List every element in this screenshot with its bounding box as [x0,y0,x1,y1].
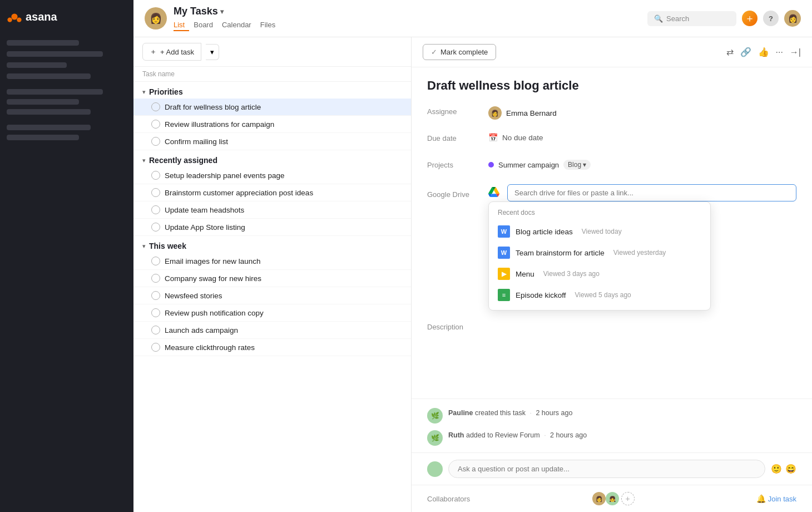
add-collaborator-button[interactable]: + [621,492,635,505]
mark-complete-button[interactable]: ✓ Mark complete [423,44,496,60]
task-checkbox[interactable] [151,343,160,352]
comment-avatar [427,461,443,477]
activity-text: Ruth added to Review Forum · 2 hours ago [448,430,587,441]
task-checkbox[interactable] [151,257,160,265]
task-checkbox[interactable] [151,308,160,317]
task-label: Newsfeed stories [165,292,222,300]
create-button[interactable]: ＋ [742,11,757,26]
activity-item: 🌿 Pauline created this task · 2 hours ag… [427,408,796,424]
task-row[interactable]: Newsfeed stories [133,287,411,304]
task-row[interactable]: Draft for wellness blog article [133,99,411,116]
task-label: Launch ads campaign [165,326,238,334]
collaborators-avatars: 👩 👧 + [592,492,635,505]
description-label: Description [427,319,488,331]
section-header-priorities[interactable]: ▾ Priorities [133,82,411,99]
doc-item[interactable]: W Team brainstorm for article Viewed yes… [489,242,710,263]
help-button[interactable]: ? [763,11,779,26]
detail-body: Draft wellness blog article Assignee 👩 E… [412,67,812,394]
main-area: 👩 My Tasks ▾ List Board Calendar Files 🔍… [133,0,812,512]
doc-item[interactable]: W Blog article ideas Viewed today [489,221,710,242]
doc-name: Blog article ideas [516,228,573,236]
task-checkbox[interactable] [151,274,160,283]
blog-tag[interactable]: Blog ▾ [563,160,591,170]
activity-item: 🌿 Ruth added to Review Forum · 2 hours a… [427,430,796,446]
section-header-recently-assigned[interactable]: ▾ Recently assigned [133,150,411,167]
google-drive-field: Google Drive [427,184,796,311]
task-label: Brainstorm customer appreciation post id… [165,189,313,197]
doc-name: Menu [516,270,534,278]
tab-files[interactable]: Files [256,19,280,31]
task-row[interactable]: Company swag for new hires [133,270,411,287]
svg-point-0 [11,13,17,19]
task-checkbox[interactable] [151,188,160,197]
task-row[interactable]: Setup leadership panel events page [133,167,411,184]
topbar-right: 🔍 Search ＋ ? 👩 [647,10,801,27]
task-row[interactable]: Confirm mailing list [133,133,411,150]
due-date-label: Due date [427,131,488,142]
task-label: Update team headshots [165,206,244,214]
task-checkbox[interactable] [151,205,160,214]
drive-search-input[interactable] [507,184,796,201]
detail-title: Draft wellness blog article [427,78,796,93]
doc-name: Team brainstorm for article [516,249,605,257]
project-name[interactable]: Summer campaign [498,161,559,169]
task-checkbox[interactable] [151,326,160,334]
chevron-down-icon: ▾ [583,161,586,169]
task-row[interactable]: Launch ads campaign [133,322,411,339]
column-header-text: Task name [142,70,175,78]
attach-icon[interactable]: ⇄ [726,47,734,57]
task-row[interactable]: Update team headshots [133,201,411,219]
tab-list[interactable]: List [174,19,189,31]
task-row[interactable]: Measure clickthrough rates [133,339,411,356]
project-color-dot [488,162,494,168]
emoji-button-2[interactable]: 😄 [785,464,796,474]
task-row[interactable]: Review illustrations for campaign [133,116,411,133]
comment-box-row: 🙂 😄 [412,452,812,485]
task-row[interactable]: Update App Store listing [133,219,411,236]
task-label: Draft for wellness blog article [165,103,261,111]
comment-input[interactable] [448,460,765,478]
avatar[interactable]: 👩 [784,10,801,27]
due-date-value[interactable]: 📅 No due date [488,131,543,142]
svg-point-2 [17,17,21,22]
chevron-icon: ▾ [142,88,146,96]
section-header-this-week[interactable]: ▾ This week [133,236,411,253]
user-avatar-topbar: 👩 [145,7,167,29]
tab-calendar[interactable]: Calendar [217,19,256,31]
assignee-field: Assignee 👩 Emma Bernard [427,104,796,122]
collaborators-label: Collaborators [427,495,470,503]
task-row[interactable]: Review push notification copy [133,304,411,322]
task-checkbox[interactable] [151,291,160,300]
doc-item[interactable]: ▶ Menu Viewed 3 days ago [489,263,710,284]
join-task-button[interactable]: 🔔 Join task [756,494,796,503]
description-field: Description [427,319,796,337]
detail-toolbar: ✓ Mark complete ⇄ 🔗 👍 ··· →| [412,37,812,67]
add-task-dropdown-button[interactable]: ▾ [206,44,219,60]
search-box[interactable]: 🔍 Search [647,11,736,26]
google-sheets-icon: ≡ [498,289,510,301]
collaborators-row: Collaborators 👩 👧 + 🔔 Join task [412,485,812,512]
link-icon[interactable]: 🔗 [740,47,751,57]
add-task-button[interactable]: ＋ + Add task [142,43,201,61]
logo-text: asana [26,11,57,23]
task-checkbox[interactable] [151,223,160,232]
task-row[interactable]: Brainstorm customer appreciation post id… [133,184,411,201]
task-checkbox[interactable] [151,120,160,129]
close-detail-icon[interactable]: →| [790,47,801,57]
tab-board[interactable]: Board [189,19,217,31]
google-doc-icon: W [498,247,510,259]
thumbs-up-icon[interactable]: 👍 [758,47,769,57]
chevron-icon: ▾ [142,157,146,164]
task-label: Confirm mailing list [165,137,228,146]
projects-field: Projects Summer campaign Blog ▾ [427,157,796,175]
emoji-button[interactable]: 🙂 [771,464,782,474]
more-options-icon[interactable]: ··· [776,47,783,57]
task-row[interactable]: Email images for new launch [133,253,411,270]
task-checkbox[interactable] [151,137,160,146]
task-checkbox[interactable] [151,171,160,180]
task-label: Setup leadership panel events page [165,171,284,180]
projects-label: Projects [427,157,488,169]
task-checkbox[interactable] [151,102,160,111]
doc-item[interactable]: ≡ Episode kickoff Viewed 5 days ago [489,284,710,306]
svg-point-1 [7,17,12,22]
